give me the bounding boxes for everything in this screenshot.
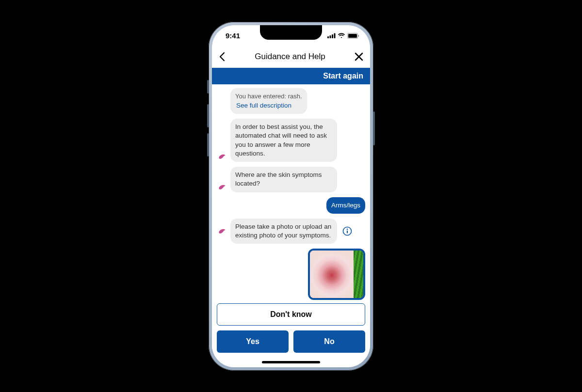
power-button [373,111,375,145]
hummingbird-icon [217,152,227,161]
no-button[interactable]: No [293,330,365,353]
svg-rect-3 [334,33,336,39]
volume-up-button [207,104,209,127]
bot-message-row: Where are the skin symptoms located? [217,167,365,192]
button-label: Yes [246,337,259,346]
see-full-description-link[interactable]: See full description [235,100,302,110]
uploaded-photo[interactable] [308,249,365,300]
svg-rect-6 [358,35,359,37]
wifi-icon [338,33,345,38]
button-label: No [324,337,334,346]
bot-message-row: You have entered: rash. See full descrip… [217,88,365,114]
hummingbird-icon [217,182,227,192]
user-message-row: Arms/legs [217,197,365,214]
svg-rect-1 [330,35,331,38]
close-icon [355,52,363,61]
svg-point-8 [347,229,348,230]
bot-message: Where are the skin symptoms located? [230,167,337,192]
close-button[interactable] [355,52,363,61]
home-indicator[interactable] [262,361,320,363]
battery-icon [347,33,359,39]
phone-frame: 9:41 Guidance and Help [209,22,373,371]
side-button [207,80,209,94]
answer-buttons: Don't know Yes No [212,300,370,358]
user-photo-row [217,249,365,300]
bot-message: Please take a photo or upload an existin… [230,219,337,244]
chat-area: You have entered: rash. See full descrip… [212,84,370,300]
button-label: Don't know [270,310,312,319]
cellular-signal-icon [327,33,336,38]
svg-rect-5 [348,34,357,38]
volume-down-button [207,133,209,157]
hummingbird-icon [217,226,227,236]
info-button[interactable] [342,226,353,236]
page-title: Guidance and Help [255,52,325,62]
bot-message-row: Please take a photo or upload an existin… [217,219,365,244]
bot-avatar [217,103,227,114]
back-button[interactable] [219,52,226,62]
start-again-bar[interactable]: Start again [212,68,370,84]
phone-screen: 9:41 Guidance and Help [212,25,370,367]
rash-photo-content [310,251,354,298]
bot-message-row: In order to best assist you, the automat… [217,119,365,162]
chevron-left-icon [219,52,226,62]
info-icon [342,226,352,236]
user-message: Arms/legs [326,197,365,214]
svg-rect-0 [327,36,329,38]
yes-button[interactable]: Yes [217,330,289,353]
status-time: 9:41 [226,31,240,40]
svg-rect-9 [347,231,348,234]
nav-bar: Guidance and Help [212,47,370,68]
dont-know-button[interactable]: Don't know [217,303,365,326]
start-again-label: Start again [323,72,363,80]
bot-avatar [217,182,227,192]
home-indicator-area [212,358,370,367]
bot-message: You have entered: rash. See full descrip… [230,88,307,114]
entered-label: You have entered: rash. [235,92,302,101]
svg-rect-2 [332,34,333,38]
bot-avatar [217,151,227,162]
bot-avatar [217,226,227,236]
notch [260,25,322,40]
bot-message: In order to best assist you, the automat… [230,119,337,162]
photo-background-grass [354,251,363,298]
